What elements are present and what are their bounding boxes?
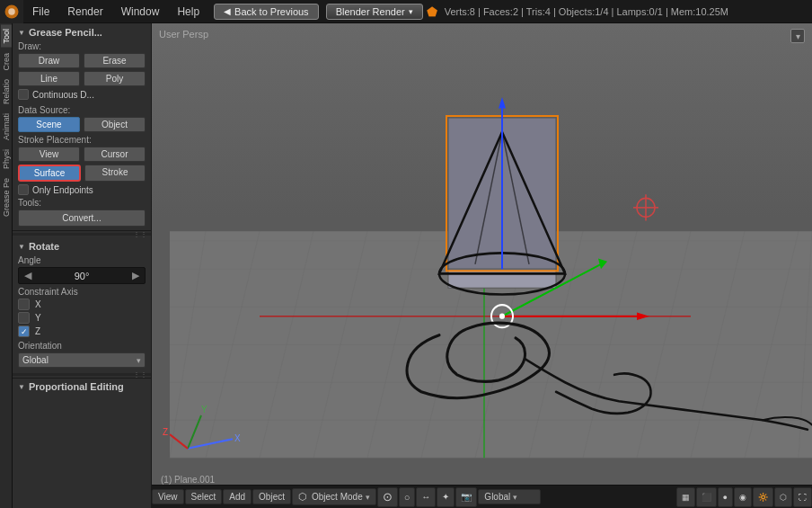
- select-label: Select: [191, 492, 216, 502]
- erase-button[interactable]: Erase: [84, 53, 146, 68]
- draw-erase-row: Draw Erase: [18, 53, 146, 68]
- section-divider-2: ⋮⋮: [13, 373, 151, 376]
- data-source-label: Data Source:: [18, 105, 146, 115]
- continuous-checkbox-row: Continuous D...: [18, 89, 94, 100]
- angle-row: ◀ 90° ▶: [18, 267, 146, 284]
- viewport-options-button[interactable]: [790, 29, 805, 43]
- orientation-select[interactable]: Global ▾: [18, 352, 146, 368]
- menu-items: File Render Window Help: [23, 0, 208, 22]
- menu-window[interactable]: Window: [112, 0, 169, 22]
- grease-pencil-section: ▼ Grease Pencil... Draw: Draw Erase Line…: [13, 23, 151, 231]
- object-info: (1) Plane.001: [161, 475, 215, 485]
- line-button[interactable]: Line: [18, 71, 80, 86]
- tab-tool[interactable]: Tool: [1, 25, 12, 48]
- object-menu-button[interactable]: Object: [252, 489, 291, 504]
- menu-help[interactable]: Help: [168, 0, 208, 22]
- scene-button[interactable]: Scene: [18, 117, 80, 132]
- back-to-previous-button[interactable]: ◀ Back to Previous: [214, 4, 319, 20]
- back-label: Back to Previous: [234, 6, 309, 17]
- tab-animation[interactable]: Animati: [1, 110, 12, 144]
- grease-pencil-header[interactable]: ▼ Grease Pencil...: [18, 27, 146, 38]
- axis-y-checkbox[interactable]: [18, 312, 30, 324]
- rotate-header[interactable]: ▼ Rotate: [18, 241, 146, 252]
- view-cursor-row: View Cursor: [18, 147, 146, 162]
- rotate-title: Rotate: [29, 241, 59, 252]
- stats-display: Verts:8 | Faces:2 | Tris:4 | Objects:1/4…: [445, 6, 728, 17]
- orientation-label: Orientation: [18, 341, 146, 351]
- viewport-label: User Persp: [159, 29, 208, 40]
- convert-button[interactable]: Convert...: [18, 209, 146, 227]
- render-preview-btn[interactable]: 🔆: [753, 487, 773, 507]
- only-endpoints-label: Only Endpoints: [32, 185, 93, 195]
- section-divider-1: ⋮⋮: [13, 233, 151, 236]
- continuous-checkbox[interactable]: [18, 89, 29, 100]
- wireframe-icon-btn[interactable]: ⬛: [696, 487, 717, 507]
- surface-button[interactable]: Surface: [18, 165, 81, 182]
- svg-text:Y: Y: [201, 405, 207, 414]
- fullscreen-btn[interactable]: ⛶: [793, 487, 812, 507]
- tab-create[interactable]: Crea: [1, 49, 12, 75]
- axis-y-row: Y: [18, 312, 146, 324]
- object-menu-label: Object: [259, 492, 285, 502]
- viewport[interactable]: X Y Z User Persp (1) Plane.001 View Sele…: [152, 23, 812, 508]
- add-label: Add: [229, 492, 245, 502]
- continuous-label: Continuous D...: [32, 90, 94, 100]
- global-select[interactable]: Global ▾: [478, 489, 541, 504]
- view-menu-button[interactable]: View: [152, 489, 184, 504]
- axis-y-label: Y: [35, 313, 46, 323]
- select-menu-button[interactable]: Select: [185, 489, 223, 504]
- angle-label: Angle: [18, 255, 146, 265]
- stroke-button[interactable]: Stroke: [84, 165, 146, 182]
- angle-value: 90°: [31, 271, 132, 281]
- main-layout: Tool Crea Relatio Animati Physi Grease P…: [0, 23, 812, 508]
- only-endpoints-checkbox[interactable]: [18, 184, 29, 195]
- view-label: View: [158, 492, 178, 502]
- render-engine-button[interactable]: Blender Render ▾: [326, 4, 423, 20]
- only-endpoints-row: Only Endpoints: [18, 184, 146, 195]
- transform-orientations-button[interactable]: ↔: [416, 487, 436, 507]
- mode-label: Object Mode: [312, 492, 363, 502]
- proportional-triangle-icon: ▼: [18, 383, 25, 391]
- orientation-value: Global: [22, 355, 49, 365]
- angle-control[interactable]: ◀ 90° ▶: [18, 267, 146, 284]
- axis-z-row: Z: [18, 325, 146, 337]
- grease-pencil-triangle-icon: ▼: [18, 29, 25, 37]
- view-button[interactable]: View: [18, 147, 80, 162]
- cursor-button[interactable]: Cursor: [84, 147, 146, 162]
- angle-right-arrow-icon: ▶: [132, 270, 139, 281]
- svg-text:X: X: [234, 433, 241, 443]
- camera-icon-btn[interactable]: 📷: [455, 487, 477, 507]
- tab-grease-pencil[interactable]: Grease Pe: [1, 174, 12, 220]
- proportional-editing-title: Proportional Editing: [29, 381, 124, 392]
- menu-file[interactable]: File: [23, 0, 58, 22]
- menu-render[interactable]: Render: [58, 0, 111, 22]
- bottom-bar-right-icons: ▦ ⬛ ● ◉ 🔆 ⬡ ⛶: [676, 487, 812, 507]
- tools-label: Tools:: [18, 198, 146, 208]
- solid-icon-btn[interactable]: ●: [718, 487, 733, 507]
- add-menu-button[interactable]: Add: [223, 489, 252, 504]
- axis-x-checkbox[interactable]: [18, 299, 30, 310]
- global-label: Global: [484, 492, 510, 502]
- scene-object-row: Scene Object: [18, 117, 146, 132]
- axis-z-checkbox[interactable]: [18, 325, 30, 337]
- rotate-section: ▼ Rotate Angle ◀ 90° ▶ Constraint Axis X…: [13, 237, 151, 371]
- object-button[interactable]: Object: [84, 117, 146, 132]
- tab-relations[interactable]: Relatio: [1, 76, 12, 108]
- left-icon-tabs: Tool Crea Relatio Animati Physi Grease P…: [0, 23, 13, 508]
- material-icon-btn[interactable]: ◉: [734, 487, 752, 507]
- mode-chevron-icon: ▾: [366, 493, 370, 502]
- poly-button[interactable]: Poly: [84, 71, 146, 86]
- draw-button[interactable]: Draw: [18, 53, 80, 68]
- viewport-shade-btn[interactable]: ⬡: [774, 487, 792, 507]
- mode-icon: ⬡: [298, 491, 307, 503]
- render-engine-label: Blender Render: [336, 6, 405, 17]
- orientation-chevron-icon: ▾: [137, 356, 141, 365]
- mode-select[interactable]: ⬡ Object Mode ▾: [292, 488, 376, 505]
- overlay-icon-btn[interactable]: ▦: [676, 487, 695, 507]
- proportional-edit-button[interactable]: ○: [399, 487, 416, 507]
- proportional-editing-header[interactable]: ▼ Proportional Editing: [18, 381, 146, 392]
- blender-logo-icon: [0, 0, 23, 23]
- snap-button[interactable]: ⊙: [377, 487, 398, 507]
- tab-physics[interactable]: Physi: [1, 146, 12, 173]
- vertex-snap-button[interactable]: ✦: [437, 487, 455, 507]
